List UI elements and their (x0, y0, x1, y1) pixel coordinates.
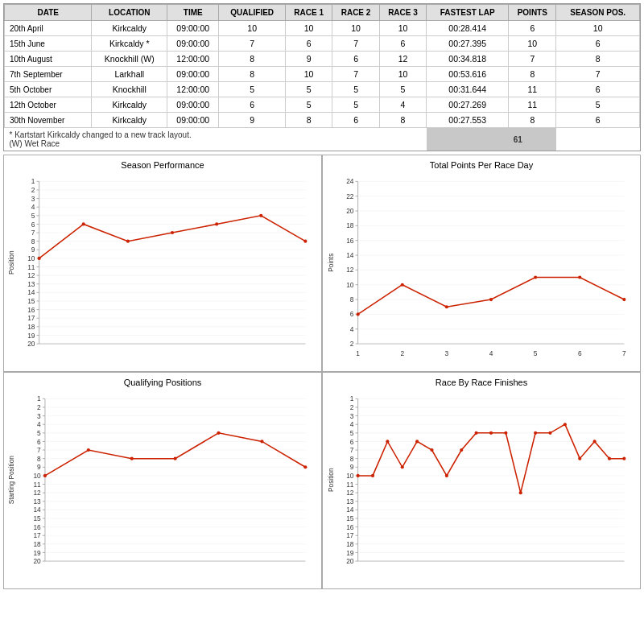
svg-text:12: 12 (33, 489, 41, 497)
svg-text:10: 10 (346, 472, 354, 480)
svg-text:8: 8 (31, 237, 35, 246)
svg-point-268 (475, 431, 478, 435)
season-performance-title: Season Performance (7, 160, 318, 170)
svg-text:2: 2 (31, 186, 35, 194)
svg-point-193 (217, 431, 220, 435)
season-performance-chart: Season Performance 123456789101112131415… (3, 155, 322, 372)
race-finishes-title: Race By Race Finishes (326, 378, 637, 387)
svg-point-119 (401, 283, 404, 287)
svg-text:6: 6 (31, 221, 35, 229)
svg-text:14: 14 (27, 289, 35, 297)
svg-rect-71 (326, 173, 637, 365)
header-date: DATE (5, 5, 92, 21)
svg-text:8: 8 (350, 455, 354, 463)
svg-text:12: 12 (346, 266, 354, 275)
svg-point-276 (593, 440, 597, 443)
total-points: 61 (509, 128, 556, 151)
svg-text:8: 8 (350, 295, 354, 303)
header-qualified: QUALIFIED (219, 5, 286, 21)
svg-text:2: 2 (350, 340, 354, 348)
svg-point-124 (622, 298, 625, 301)
svg-text:20: 20 (346, 207, 354, 215)
svg-rect-196 (326, 390, 637, 582)
svg-text:15: 15 (27, 297, 35, 305)
svg-text:8: 8 (37, 455, 41, 463)
svg-rect-125 (7, 390, 318, 582)
svg-text:Starting Position: Starting Position (7, 456, 15, 505)
svg-point-261 (371, 474, 374, 477)
header-fastest-lap: FASTEST LAP (427, 5, 509, 21)
svg-text:15: 15 (33, 514, 41, 522)
svg-point-263 (401, 465, 404, 469)
svg-text:17: 17 (33, 531, 41, 539)
results-table: DATE LOCATION TIME QUALIFIED RACE 1 RACE… (4, 4, 640, 151)
header-season-pos: SEASON POS. (556, 5, 640, 21)
svg-text:24: 24 (346, 177, 354, 185)
svg-text:6: 6 (350, 438, 354, 446)
svg-text:10: 10 (346, 281, 354, 289)
table-row: 5th OctoberKnockhill12:00:00555500:31.64… (5, 82, 640, 97)
svg-text:12: 12 (346, 489, 354, 497)
svg-text:Points: Points (327, 254, 335, 272)
svg-point-275 (578, 457, 581, 460)
svg-text:14: 14 (346, 251, 354, 259)
svg-point-270 (504, 431, 507, 435)
total-points-title: Total Points Per Race Day (326, 160, 637, 170)
table-row: 7th SeptemberLarkhall09:00:0081071000:53… (5, 67, 640, 82)
svg-text:4: 4 (350, 420, 354, 428)
svg-text:18: 18 (33, 540, 41, 548)
svg-text:7: 7 (622, 349, 626, 357)
svg-point-192 (174, 457, 177, 460)
svg-point-123 (578, 275, 581, 279)
svg-text:3: 3 (445, 349, 449, 357)
footnote-row: * Kartstart Kirkcaldy changed to a new t… (5, 128, 640, 151)
svg-text:1: 1 (350, 394, 354, 402)
svg-text:5: 5 (37, 429, 41, 437)
svg-text:14: 14 (346, 506, 354, 514)
svg-text:4: 4 (489, 349, 493, 357)
race-finishes-chart: Race By Race Finishes 123456789101112131… (322, 372, 641, 589)
svg-point-189 (43, 474, 47, 477)
qualifying-chart: Qualifying Positions 1234567891011121314… (3, 372, 322, 589)
svg-text:9: 9 (37, 463, 41, 471)
svg-text:4: 4 (31, 203, 35, 211)
svg-text:4: 4 (37, 420, 41, 428)
svg-point-278 (622, 457, 625, 460)
svg-point-260 (357, 474, 360, 477)
table-row: 30th NovemberKirkcaldy09:00:00986800:27.… (5, 113, 640, 128)
svg-text:20: 20 (346, 557, 354, 565)
svg-text:7: 7 (31, 229, 35, 237)
svg-rect-0 (7, 173, 318, 365)
svg-point-274 (564, 423, 567, 426)
svg-text:9: 9 (31, 246, 35, 254)
svg-text:18: 18 (27, 323, 35, 331)
svg-text:1: 1 (31, 177, 35, 185)
svg-text:19: 19 (33, 549, 41, 557)
svg-text:3: 3 (31, 195, 35, 203)
header-race3: RACE 3 (379, 5, 426, 21)
svg-point-69 (259, 214, 262, 217)
svg-text:7: 7 (37, 446, 41, 454)
table-row: 20th AprilKirkcaldy09:00:001010101000:28… (5, 21, 640, 36)
results-table-container: DATE LOCATION TIME QUALIFIED RACE 1 RACE… (3, 3, 641, 151)
svg-text:11: 11 (33, 481, 41, 489)
svg-text:11: 11 (346, 481, 354, 489)
svg-point-190 (87, 448, 90, 452)
svg-point-121 (489, 298, 493, 301)
svg-point-191 (130, 457, 134, 460)
svg-point-272 (534, 431, 537, 435)
header-points: POINTS (509, 5, 556, 21)
qualifying-title: Qualifying Positions (7, 378, 318, 387)
svg-text:17: 17 (346, 531, 354, 539)
svg-text:16: 16 (27, 306, 35, 314)
svg-text:20: 20 (27, 340, 35, 348)
svg-point-66 (126, 240, 130, 243)
svg-text:19: 19 (346, 549, 354, 557)
svg-text:16: 16 (33, 523, 41, 531)
svg-text:19: 19 (27, 332, 35, 340)
svg-text:20: 20 (33, 557, 41, 565)
svg-text:13: 13 (27, 280, 35, 288)
svg-text:18: 18 (346, 221, 354, 229)
header-race1: RACE 1 (285, 5, 332, 21)
svg-point-64 (38, 257, 41, 260)
